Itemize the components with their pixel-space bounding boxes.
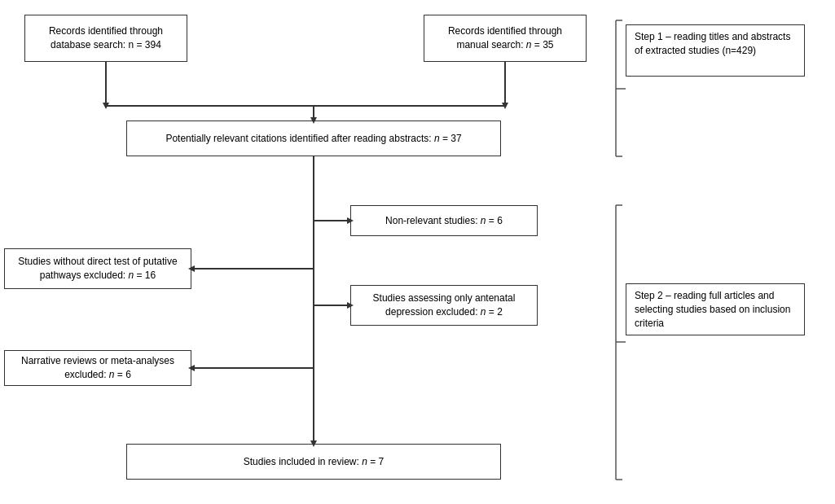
flowchart-diagram: Records identified through database sear… <box>0 0 835 504</box>
db-search-box: Records identified through database sear… <box>24 15 187 62</box>
included-box: Studies included in review: n = 7 <box>126 444 501 480</box>
antenatal-box: Studies assessing only antenataldepressi… <box>350 285 538 326</box>
svg-marker-1 <box>103 103 109 109</box>
step1-label: Step 1 – reading titles and abstracts of… <box>626 24 805 77</box>
non-relevant-box: Non-relevant studies: n = 6 <box>350 205 538 236</box>
svg-marker-3 <box>502 103 508 109</box>
manual-search-box: Records identified throughmanual search:… <box>424 15 587 62</box>
citations-box: Potentially relevant citations identifie… <box>126 121 501 156</box>
step2-label: Step 2 – reading full articles and selec… <box>626 283 805 335</box>
narrative-box: Narrative reviews or meta-analysesexclud… <box>4 350 191 386</box>
no-direct-test-box: Studies without direct test of putativep… <box>4 248 191 289</box>
